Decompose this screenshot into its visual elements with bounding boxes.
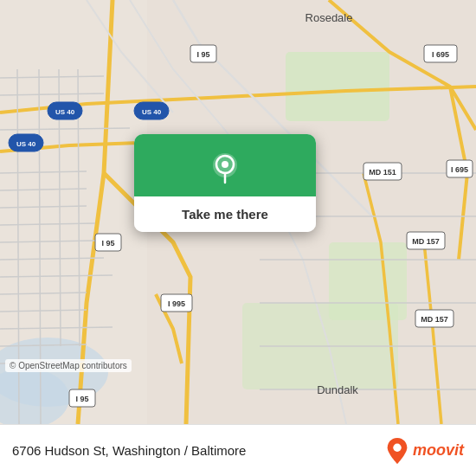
svg-text:I 695: I 695 [432, 50, 449, 59]
moovit-logo: moovit [385, 436, 464, 466]
svg-text:Rosedale: Rosedale [306, 11, 353, 24]
svg-text:I 95: I 95 [101, 239, 114, 248]
footer-bar: 6706 Hudson St, Washington / Baltimore m… [0, 424, 476, 476]
map-attribution: © OpenStreetMap contributors [5, 359, 132, 372]
svg-text:I 995: I 995 [168, 299, 185, 308]
svg-text:Dundalk: Dundalk [317, 383, 358, 396]
svg-text:MD 157: MD 157 [412, 237, 440, 246]
popup-card: Take me there [134, 134, 316, 232]
address-label: 6706 Hudson St, Washington / Baltimore [12, 443, 246, 458]
svg-text:I 95: I 95 [196, 50, 209, 59]
svg-text:US 40: US 40 [142, 108, 162, 116]
svg-point-36 [393, 443, 401, 451]
location-pin-icon [207, 150, 243, 186]
moovit-brand-text: moovit [413, 441, 464, 460]
moovit-logo-icon [385, 436, 409, 466]
svg-point-35 [222, 161, 228, 168]
svg-text:US 40: US 40 [16, 140, 36, 148]
svg-text:MD 151: MD 151 [369, 168, 396, 177]
svg-text:US 40: US 40 [55, 108, 75, 116]
map-container: I 95 I 95 I 695 I 695 US 40 US 40 US 40 … [0, 0, 476, 424]
svg-text:MD 157: MD 157 [421, 315, 448, 324]
popup-top [134, 134, 316, 196]
svg-text:I 695: I 695 [451, 165, 468, 174]
svg-rect-3 [286, 52, 389, 121]
svg-text:I 95: I 95 [75, 395, 88, 403]
take-me-there-button[interactable]: Take me there [134, 196, 316, 232]
